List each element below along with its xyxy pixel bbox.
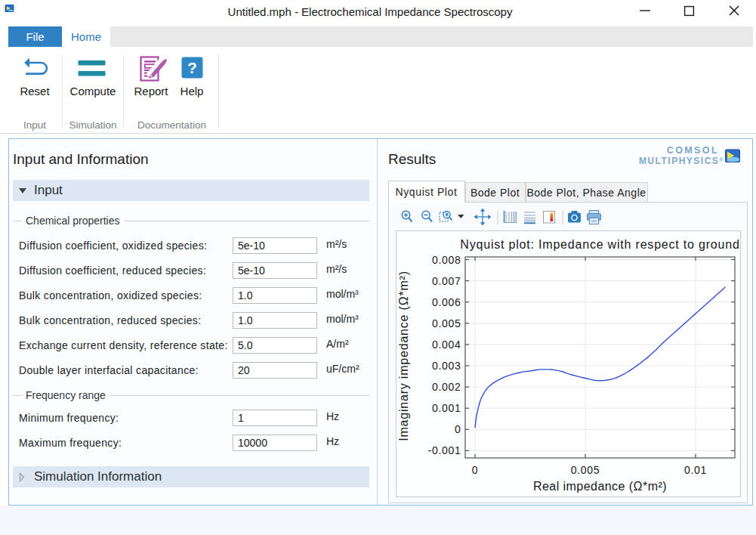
svg-text:0.004: 0.004 [432, 339, 461, 351]
svg-text:0: 0 [455, 423, 461, 435]
svg-text:0.005: 0.005 [432, 317, 461, 329]
svg-text:-0.001: -0.001 [428, 444, 461, 456]
svg-text:0.007: 0.007 [432, 275, 461, 287]
svg-text:0.002: 0.002 [432, 381, 461, 393]
svg-text:Nyquist plot: Impedance with r: Nyquist plot: Impedance with respect to … [460, 238, 739, 251]
svg-text:0: 0 [472, 464, 479, 476]
svg-text:0.003: 0.003 [432, 360, 461, 372]
svg-text:0.001: 0.001 [432, 402, 461, 414]
svg-text:0.005: 0.005 [571, 464, 600, 476]
svg-text:Imaginary impedance (Ω*m²): Imaginary impedance (Ω*m²) [397, 271, 410, 441]
svg-text:0.01: 0.01 [684, 464, 707, 476]
svg-text:?: ? [187, 59, 197, 76]
svg-text:Real impedance (Ω*m²): Real impedance (Ω*m²) [533, 480, 667, 493]
svg-text:0.006: 0.006 [432, 296, 461, 308]
svg-text:0.008: 0.008 [432, 254, 461, 266]
